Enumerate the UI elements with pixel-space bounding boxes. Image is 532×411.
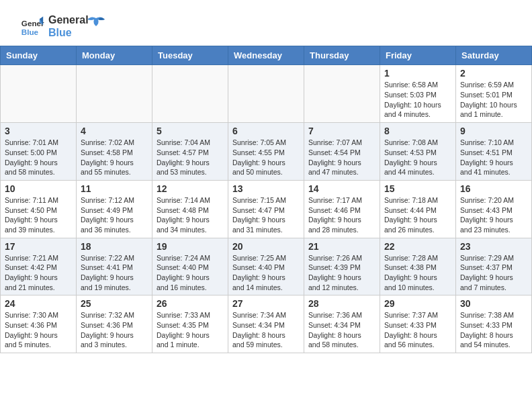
calendar-cell: 13Sunrise: 7:15 AMSunset: 4:47 PMDayligh… [228, 180, 304, 238]
day-info: Sunrise: 6:59 AMSunset: 5:01 PMDaylight:… [460, 80, 527, 120]
day-number: 3 [5, 126, 72, 136]
day-info: Sunrise: 7:11 AMSunset: 4:50 PMDaylight:… [5, 195, 72, 235]
calendar-header-row: SundayMondayTuesdayWednesdayThursdayFrid… [1, 46, 532, 65]
calendar-cell: 12Sunrise: 7:14 AMSunset: 4:48 PMDayligh… [152, 180, 228, 238]
day-info: Sunrise: 7:29 AMSunset: 4:37 PMDaylight:… [460, 253, 527, 293]
day-number: 12 [157, 183, 224, 194]
calendar-cell: 16Sunrise: 7:20 AMSunset: 4:43 PMDayligh… [456, 180, 532, 238]
calendar-cell [77, 65, 152, 123]
day-info: Sunrise: 7:38 AMSunset: 4:33 PMDaylight:… [460, 310, 527, 350]
day-number: 30 [460, 298, 527, 309]
day-number: 10 [5, 183, 72, 194]
day-info: Sunrise: 7:12 AMSunset: 4:49 PMDaylight:… [81, 195, 148, 235]
day-info: Sunrise: 7:37 AMSunset: 4:33 PMDaylight:… [384, 310, 451, 350]
day-number: 1 [384, 68, 451, 79]
day-number: 25 [81, 298, 148, 309]
svg-text:Blue: Blue [21, 28, 39, 36]
day-number: 23 [460, 241, 527, 252]
page-header: General Blue General Blue [0, 0, 532, 46]
day-number: 15 [384, 183, 451, 194]
day-info: Sunrise: 7:08 AMSunset: 4:53 PMDaylight:… [384, 138, 451, 177]
day-number: 26 [157, 298, 224, 309]
calendar-cell: 10Sunrise: 7:11 AMSunset: 4:50 PMDayligh… [1, 180, 77, 238]
calendar-cell: 21Sunrise: 7:26 AMSunset: 4:39 PMDayligh… [304, 238, 380, 295]
day-number: 24 [5, 298, 72, 309]
calendar-cell: 29Sunrise: 7:37 AMSunset: 4:33 PMDayligh… [380, 295, 456, 353]
logo-bird-icon [86, 13, 106, 33]
calendar-cell: 22Sunrise: 7:28 AMSunset: 4:38 PMDayligh… [380, 238, 456, 295]
day-info: Sunrise: 7:02 AMSunset: 4:58 PMDaylight:… [81, 138, 148, 177]
day-info: Sunrise: 7:01 AMSunset: 5:00 PMDaylight:… [5, 138, 72, 177]
day-number: 29 [384, 298, 451, 309]
day-number: 11 [81, 183, 148, 194]
calendar-cell [152, 65, 228, 123]
week-row-3: 10Sunrise: 7:11 AMSunset: 4:50 PMDayligh… [1, 180, 532, 238]
day-info: Sunrise: 7:14 AMSunset: 4:48 PMDaylight:… [157, 195, 224, 235]
day-number: 18 [81, 241, 148, 252]
header-friday: Friday [380, 46, 456, 65]
calendar-cell: 14Sunrise: 7:17 AMSunset: 4:46 PMDayligh… [304, 180, 380, 238]
calendar-cell [228, 65, 304, 123]
day-number: 19 [157, 241, 224, 252]
calendar-cell: 25Sunrise: 7:32 AMSunset: 4:36 PMDayligh… [77, 295, 152, 353]
calendar-cell: 2Sunrise: 6:59 AMSunset: 5:01 PMDaylight… [456, 65, 532, 123]
day-info: Sunrise: 7:25 AMSunset: 4:40 PMDaylight:… [232, 253, 300, 293]
day-info: Sunrise: 7:33 AMSunset: 4:35 PMDaylight:… [157, 310, 224, 350]
calendar-cell: 18Sunrise: 7:22 AMSunset: 4:41 PMDayligh… [77, 238, 152, 295]
day-number: 5 [157, 126, 224, 136]
day-info: Sunrise: 7:36 AMSunset: 4:34 PMDaylight:… [308, 310, 375, 350]
day-info: Sunrise: 7:28 AMSunset: 4:38 PMDaylight:… [384, 253, 451, 293]
day-number: 17 [5, 241, 72, 252]
page-container: General Blue General Blue SundayMondayTu… [0, 0, 532, 360]
logo-icon: General Blue [20, 14, 44, 38]
day-info: Sunrise: 7:20 AMSunset: 4:43 PMDaylight:… [460, 195, 527, 235]
day-info: Sunrise: 7:17 AMSunset: 4:46 PMDaylight:… [308, 195, 375, 235]
calendar-cell: 23Sunrise: 7:29 AMSunset: 4:37 PMDayligh… [456, 238, 532, 295]
day-info: Sunrise: 7:10 AMSunset: 4:51 PMDaylight:… [460, 138, 527, 177]
day-info: Sunrise: 7:24 AMSunset: 4:40 PMDaylight:… [157, 253, 224, 293]
day-number: 2 [460, 68, 527, 79]
header-wednesday: Wednesday [228, 46, 304, 65]
day-info: Sunrise: 7:22 AMSunset: 4:41 PMDaylight:… [81, 253, 148, 293]
day-info: Sunrise: 6:58 AMSunset: 5:03 PMDaylight:… [384, 80, 451, 120]
day-number: 6 [232, 126, 300, 136]
day-info: Sunrise: 7:26 AMSunset: 4:39 PMDaylight:… [308, 253, 375, 293]
calendar-cell: 4Sunrise: 7:02 AMSunset: 4:58 PMDaylight… [77, 123, 152, 181]
day-number: 8 [384, 126, 451, 136]
week-row-4: 17Sunrise: 7:21 AMSunset: 4:42 PMDayligh… [1, 238, 532, 295]
day-info: Sunrise: 7:05 AMSunset: 4:55 PMDaylight:… [232, 138, 300, 177]
calendar-cell: 28Sunrise: 7:36 AMSunset: 4:34 PMDayligh… [304, 295, 380, 353]
calendar-cell [1, 65, 77, 123]
day-info: Sunrise: 7:15 AMSunset: 4:47 PMDaylight:… [232, 195, 300, 235]
calendar-cell: 11Sunrise: 7:12 AMSunset: 4:49 PMDayligh… [77, 180, 152, 238]
day-info: Sunrise: 7:34 AMSunset: 4:34 PMDaylight:… [232, 310, 300, 350]
calendar-cell: 24Sunrise: 7:30 AMSunset: 4:36 PMDayligh… [1, 295, 77, 353]
day-number: 7 [308, 126, 375, 136]
calendar-cell: 8Sunrise: 7:08 AMSunset: 4:53 PMDaylight… [380, 123, 456, 181]
header-sunday: Sunday [1, 46, 77, 65]
day-info: Sunrise: 7:04 AMSunset: 4:57 PMDaylight:… [157, 138, 224, 177]
day-number: 22 [384, 241, 451, 252]
calendar-cell: 6Sunrise: 7:05 AMSunset: 4:55 PMDaylight… [228, 123, 304, 181]
calendar-cell: 7Sunrise: 7:07 AMSunset: 4:54 PMDaylight… [304, 123, 380, 181]
header-thursday: Thursday [304, 46, 380, 65]
day-info: Sunrise: 7:18 AMSunset: 4:44 PMDaylight:… [384, 195, 451, 235]
week-row-5: 24Sunrise: 7:30 AMSunset: 4:36 PMDayligh… [1, 295, 532, 353]
header-tuesday: Tuesday [152, 46, 228, 65]
calendar-cell [304, 65, 380, 123]
day-info: Sunrise: 7:32 AMSunset: 4:36 PMDaylight:… [81, 310, 148, 350]
calendar-cell: 15Sunrise: 7:18 AMSunset: 4:44 PMDayligh… [380, 180, 456, 238]
day-number: 20 [232, 241, 300, 252]
calendar-cell: 17Sunrise: 7:21 AMSunset: 4:42 PMDayligh… [1, 238, 77, 295]
calendar-cell: 27Sunrise: 7:34 AMSunset: 4:34 PMDayligh… [228, 295, 304, 353]
day-number: 13 [232, 183, 300, 194]
calendar-cell: 30Sunrise: 7:38 AMSunset: 4:33 PMDayligh… [456, 295, 532, 353]
day-number: 27 [232, 298, 300, 309]
calendar-cell: 1Sunrise: 6:58 AMSunset: 5:03 PMDaylight… [380, 65, 456, 123]
logo: General Blue General Blue [20, 13, 106, 39]
calendar-cell: 9Sunrise: 7:10 AMSunset: 4:51 PMDaylight… [456, 123, 532, 181]
day-number: 28 [308, 298, 375, 309]
logo-general: General [48, 13, 89, 26]
day-info: Sunrise: 7:21 AMSunset: 4:42 PMDaylight:… [5, 253, 72, 293]
calendar-cell: 5Sunrise: 7:04 AMSunset: 4:57 PMDaylight… [152, 123, 228, 181]
